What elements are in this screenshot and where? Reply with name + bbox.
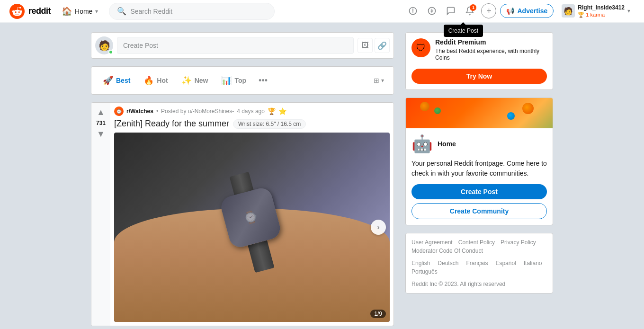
moderator-code-link[interactable]: Moderator Code Of Conduct — [411, 248, 483, 254]
tab-new[interactable]: ✨ New — [176, 71, 214, 89]
lang-portugues[interactable]: Português — [411, 268, 438, 275]
top-icon: 📊 — [221, 75, 232, 86]
logo-text: reddit — [28, 6, 51, 16]
reddit-logo[interactable]: reddit — [9, 4, 51, 19]
new-icon: ✨ — [181, 75, 192, 86]
lang-francais[interactable]: Français — [466, 260, 488, 267]
lang-english[interactable]: English — [411, 260, 430, 267]
lang-espanol[interactable]: Español — [495, 260, 516, 267]
home-card: 🤖 Home Your personal Reddit frontpage. C… — [405, 98, 553, 225]
tab-best-label: Best — [116, 77, 130, 84]
search-bar[interactable]: 🔍 Search Reddit — [109, 3, 275, 20]
notification-badge: 1 — [470, 4, 476, 11]
sort-tabs: 🚀 Best 🔥 Hot ✨ New 📊 Top ••• ⊞ ▾ — [91, 66, 394, 95]
popular-icon[interactable] — [405, 3, 420, 18]
post-card: ▲ 731 ▼ ⌚ r/Watches • Posted by u/-NoMor… — [91, 102, 394, 326]
vote-count: 731 — [96, 120, 106, 126]
create-post-box: 🧑 Create Post 🖼 🔗 — [91, 32, 394, 59]
post-title[interactable]: [Zenith] Ready for the summer — [114, 119, 229, 129]
vote-column: ▲ 731 ▼ — [91, 103, 110, 326]
home-title: Home — [438, 140, 456, 148]
footer-card: User Agreement Content Policy Privacy Po… — [405, 233, 553, 293]
coins-icon[interactable] — [424, 3, 439, 18]
create-post-tooltip: Create Post — [444, 25, 483, 37]
image-upload-button[interactable]: 🖼 — [358, 38, 373, 53]
home-card-banner — [406, 98, 553, 128]
search-icon: 🔍 — [117, 7, 126, 16]
try-now-button[interactable]: Try Now — [411, 69, 547, 84]
post-image-container: ⌚ 1/9 › — [114, 133, 390, 322]
watch-band-bottom — [248, 240, 274, 273]
watch-dial: ⌚ — [224, 192, 277, 244]
premium-title: Reddit Premium — [435, 38, 547, 46]
footer-languages: English Deutsch Français Español Italian… — [411, 260, 547, 275]
snoo-mascot: 🤖 — [411, 134, 433, 154]
main-content: 🧑 Create Post 🖼 🔗 🚀 Best 🔥 Hot ✨ — [38, 23, 606, 329]
home-nav[interactable]: 🏠 Home ▾ — [56, 3, 103, 20]
header: reddit 🏠 Home ▾ 🔍 Search Reddit 1 + 📢 Ad… — [0, 0, 644, 23]
search-placeholder: Search Reddit — [130, 8, 172, 15]
premium-card-body: 🛡 Reddit Premium The best Reddit experie… — [406, 33, 553, 67]
copyright: Reddit Inc © 2023. All rights reserved — [411, 281, 547, 287]
notifications-icon[interactable]: 1 — [462, 3, 477, 18]
hot-icon: 🔥 — [143, 75, 154, 86]
subreddit-icon: ⌚ — [114, 107, 124, 116]
user-avatar-post: 🧑 — [95, 36, 113, 54]
karma-count: 🏆 1 karma — [578, 11, 625, 18]
sort-more-button[interactable]: ••• — [254, 72, 272, 89]
planet-1 — [420, 102, 429, 111]
avatar: 🧑 — [562, 4, 575, 18]
post-time: 4 days ago — [237, 108, 265, 115]
header-icons: 1 + 📢 Advertise 🧑 Right_Inside3412 🏆 1 k… — [405, 2, 635, 21]
tab-best[interactable]: 🚀 Best — [97, 71, 136, 89]
online-indicator — [108, 50, 113, 54]
post-separator: • — [156, 108, 158, 115]
downvote-button[interactable]: ▼ — [95, 128, 107, 140]
username: Right_Inside3412 — [578, 4, 625, 12]
premium-description: The best Reddit experience, with monthly… — [435, 48, 547, 61]
best-icon: 🚀 — [103, 75, 113, 86]
link-button[interactable]: 🔗 — [375, 38, 390, 53]
chat-icon[interactable] — [443, 3, 458, 18]
premium-text: Reddit Premium The best Reddit experienc… — [435, 38, 547, 61]
sidebar-create-community-button[interactable]: Create Community — [411, 203, 547, 219]
post-title-row: [Zenith] Ready for the summer Wrist size… — [114, 119, 390, 129]
next-image-button[interactable]: › — [371, 220, 386, 235]
upvote-button[interactable]: ▲ — [95, 107, 107, 118]
create-plus-button[interactable]: + — [481, 3, 496, 18]
planet-4 — [507, 112, 515, 120]
user-info: Right_Inside3412 🏆 1 karma — [578, 4, 625, 18]
privacy-policy-link[interactable]: Privacy Policy — [501, 239, 536, 246]
advertise-label: Advertise — [517, 7, 547, 15]
home-description: Your personal Reddit frontpage. Come her… — [411, 159, 547, 178]
content-policy-link[interactable]: Content Policy — [458, 239, 495, 246]
tab-hot[interactable]: 🔥 Hot — [138, 71, 173, 89]
subreddit-link[interactable]: r/Watches — [126, 108, 153, 115]
posted-by: Posted by u/-NoMoreShines- — [161, 108, 234, 115]
sidebar: 🛡 Reddit Premium The best Reddit experie… — [405, 32, 553, 326]
user-menu[interactable]: 🧑 Right_Inside3412 🏆 1 karma ▾ — [557, 2, 635, 21]
advertise-button[interactable]: 📢 Advertise — [500, 4, 554, 18]
tab-top[interactable]: 📊 Top — [215, 71, 252, 89]
award-2: ⭐ — [278, 107, 286, 115]
create-post-placeholder: Create Post — [123, 42, 158, 49]
tab-new-label: New — [195, 77, 208, 84]
post-media-icons: 🖼 🔗 — [358, 38, 390, 53]
create-post-input[interactable]: Create Post — [117, 37, 354, 54]
home-card-body: 🤖 Home Your personal Reddit frontpage. C… — [406, 128, 553, 225]
watch-scene: ⌚ — [114, 133, 390, 322]
home-nav-label: Home — [75, 8, 92, 15]
sidebar-create-post-button[interactable]: Create Post — [411, 184, 547, 199]
user-agreement-link[interactable]: User Agreement — [411, 239, 453, 246]
post-flair[interactable]: Wrist size: 6.5" / 16.5 cm — [233, 119, 306, 129]
award-1: 🏆 — [268, 107, 276, 115]
lang-deutsch[interactable]: Deutsch — [438, 260, 458, 267]
post-body: ⌚ r/Watches • Posted by u/-NoMoreShines-… — [110, 103, 394, 326]
view-toggle[interactable]: ⊞ ▾ — [370, 74, 388, 87]
megaphone-icon: 📢 — [506, 7, 514, 15]
planet-2 — [434, 107, 441, 114]
tab-top-label: Top — [234, 77, 246, 84]
post-image: ⌚ — [114, 133, 390, 322]
lang-italiano[interactable]: Italiano — [524, 260, 542, 267]
image-counter: 1/9 — [370, 310, 386, 318]
